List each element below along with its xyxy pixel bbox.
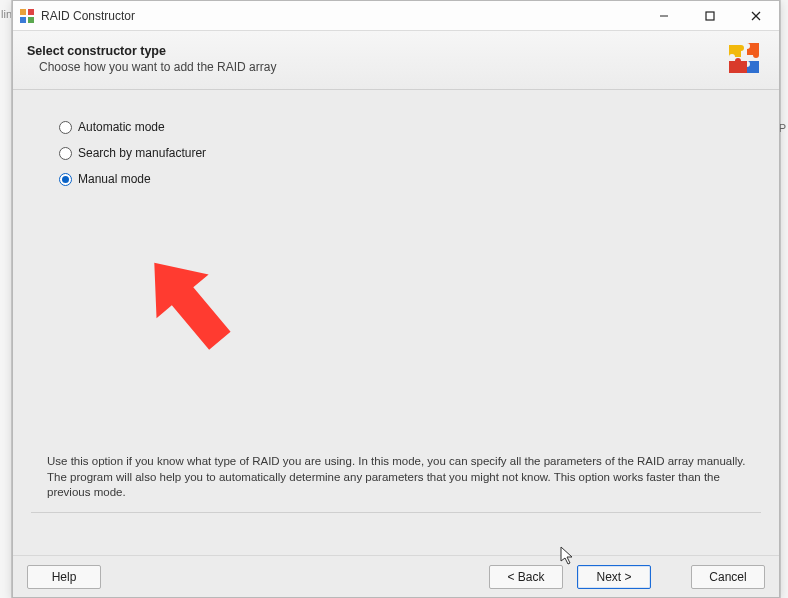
page-title: Select constructor type bbox=[27, 44, 717, 58]
radio-search-by-manufacturer[interactable]: Search by manufacturer bbox=[59, 146, 743, 160]
window-title: RAID Constructor bbox=[41, 9, 641, 23]
titlebar: RAID Constructor bbox=[13, 1, 779, 31]
constructor-type-group: Automatic mode Search by manufacturer Ma… bbox=[59, 120, 743, 186]
maximize-button[interactable] bbox=[687, 1, 733, 30]
svg-rect-1 bbox=[28, 9, 34, 15]
radio-icon bbox=[59, 121, 72, 134]
minimize-button[interactable] bbox=[641, 1, 687, 30]
svg-rect-2 bbox=[20, 17, 26, 23]
wizard-header: Select constructor type Choose how you w… bbox=[13, 31, 779, 90]
close-button[interactable] bbox=[733, 1, 779, 30]
page-subtitle: Choose how you want to add the RAID arra… bbox=[39, 60, 717, 74]
radio-label: Automatic mode bbox=[78, 120, 165, 134]
dialog-window: RAID Constructor Select constructor type… bbox=[12, 0, 780, 598]
background-window-right bbox=[780, 0, 788, 598]
app-icon bbox=[19, 8, 35, 24]
svg-marker-8 bbox=[129, 244, 246, 363]
wizard-footer: Help < Back Next > Cancel bbox=[13, 555, 779, 597]
svg-rect-0 bbox=[20, 9, 26, 15]
next-button[interactable]: Next > bbox=[577, 565, 651, 589]
annotation-arrow-icon bbox=[129, 244, 249, 364]
svg-rect-5 bbox=[706, 12, 714, 20]
help-button[interactable]: Help bbox=[27, 565, 101, 589]
radio-label: Search by manufacturer bbox=[78, 146, 206, 160]
content-area: Automatic mode Search by manufacturer Ma… bbox=[13, 90, 779, 555]
separator bbox=[31, 512, 761, 513]
cancel-button[interactable]: Cancel bbox=[691, 565, 765, 589]
puzzle-icon bbox=[725, 39, 765, 79]
back-button[interactable]: < Back bbox=[489, 565, 563, 589]
radio-manual-mode[interactable]: Manual mode bbox=[59, 172, 743, 186]
radio-label: Manual mode bbox=[78, 172, 151, 186]
radio-icon bbox=[59, 147, 72, 160]
svg-rect-3 bbox=[28, 17, 34, 23]
background-window-left: lin bbox=[0, 0, 12, 598]
option-description: Use this option if you know what type of… bbox=[47, 454, 755, 501]
radio-automatic-mode[interactable]: Automatic mode bbox=[59, 120, 743, 134]
radio-icon bbox=[59, 173, 72, 186]
